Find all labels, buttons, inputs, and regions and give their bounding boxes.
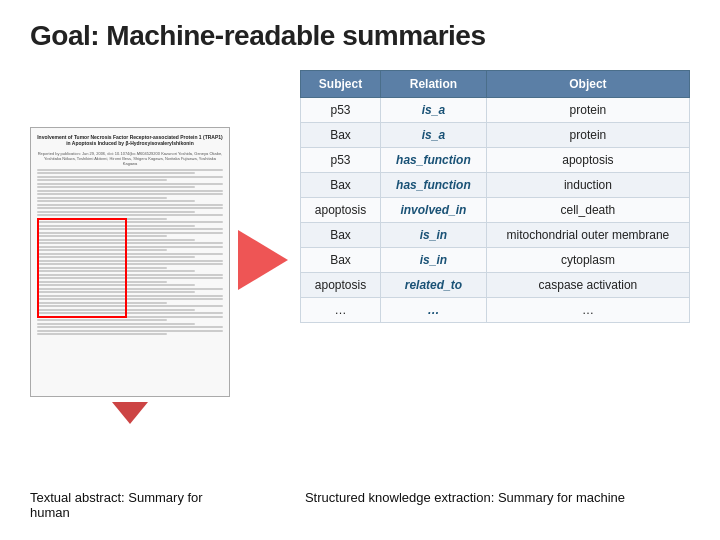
cell-subject: Bax	[301, 173, 381, 198]
cell-object: apoptosis	[486, 148, 689, 173]
table-row: Baxhas_functioninduction	[301, 173, 690, 198]
cell-relation: is_a	[381, 98, 487, 123]
knowledge-table: Subject Relation Object p53is_aproteinBa…	[300, 70, 690, 323]
cell-relation: is_in	[381, 248, 487, 273]
table-row: p53is_aprotein	[301, 98, 690, 123]
cell-subject: Bax	[301, 223, 381, 248]
cell-subject: Bax	[301, 248, 381, 273]
cell-relation: related_to	[381, 273, 487, 298]
table-row: Baxis_incytoplasm	[301, 248, 690, 273]
cell-subject: apoptosis	[301, 273, 381, 298]
cell-object: cell_death	[486, 198, 689, 223]
cell-subject: p53	[301, 148, 381, 173]
cell-object: protein	[486, 98, 689, 123]
cell-object: induction	[486, 173, 689, 198]
cell-subject: p53	[301, 98, 381, 123]
cell-relation: has_function	[381, 148, 487, 173]
col-header-relation: Relation	[381, 71, 487, 98]
right-arrow-icon	[238, 230, 288, 290]
down-arrow-icon	[112, 402, 148, 424]
cell-relation: is_a	[381, 123, 487, 148]
cell-relation: …	[381, 298, 487, 323]
cell-object: mitochondrial outer membrane	[486, 223, 689, 248]
paper-authors: Reported by publication: Jun 29, 2006, d…	[37, 151, 223, 166]
page-title: Goal: Machine-readable summaries	[30, 20, 690, 52]
table-row: ………	[301, 298, 690, 323]
cell-object: cytoplasm	[486, 248, 689, 273]
knowledge-table-panel: Subject Relation Object p53is_aproteinBa…	[300, 70, 690, 480]
table-row: apoptosisrelated_tocaspase activation	[301, 273, 690, 298]
paper-thumbnail: Involvement of Tumor Necrosis Factor Rec…	[30, 127, 230, 397]
table-row: Baxis_aprotein	[301, 123, 690, 148]
col-header-object: Object	[486, 71, 689, 98]
paper-title: Involvement of Tumor Necrosis Factor Rec…	[37, 134, 223, 147]
cell-object: …	[486, 298, 689, 323]
cell-relation: involved_in	[381, 198, 487, 223]
cell-subject: …	[301, 298, 381, 323]
cell-subject: Bax	[301, 123, 381, 148]
table-row: Baxis_inmitochondrial outer membrane	[301, 223, 690, 248]
cell-object: caspase activation	[486, 273, 689, 298]
cell-relation: has_function	[381, 173, 487, 198]
col-header-subject: Subject	[301, 71, 381, 98]
table-row: apoptosisinvolved_incell_death	[301, 198, 690, 223]
caption-textual: Textual abstract: Summary for human	[30, 490, 240, 520]
cell-subject: apoptosis	[301, 198, 381, 223]
table-row: p53has_functionapoptosis	[301, 148, 690, 173]
caption-structured: Structured knowledge extraction: Summary…	[240, 490, 690, 520]
cell-object: protein	[486, 123, 689, 148]
cell-relation: is_in	[381, 223, 487, 248]
